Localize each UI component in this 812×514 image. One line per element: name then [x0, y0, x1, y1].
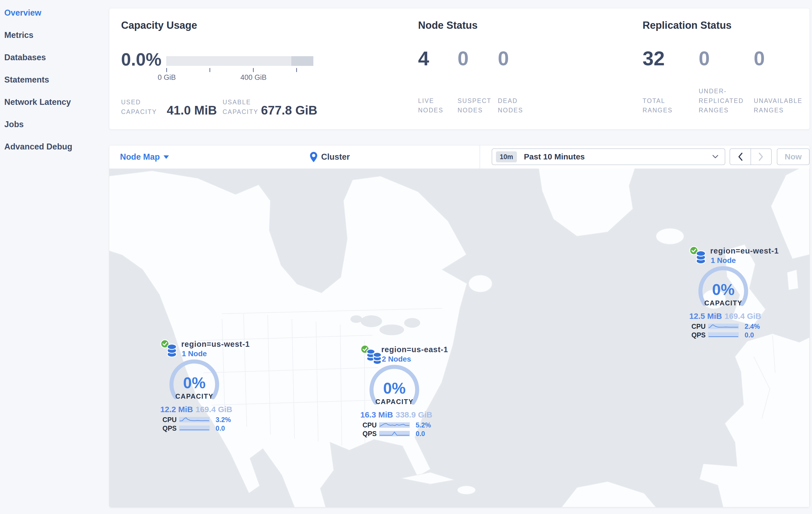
region-capacity-percent: 0% [366, 379, 423, 397]
view-selector-label: Node Map [120, 152, 160, 162]
time-range-label: Past 10 Minutes [524, 152, 713, 161]
region-capacity-percent: 0% [166, 374, 223, 392]
live-nodes-value: 4 [418, 49, 453, 69]
chevron-left-icon [738, 153, 743, 161]
cpu-label: CPU [362, 421, 378, 429]
total-ranges-value: 32 [643, 49, 686, 69]
breadcrumb-label: Cluster [321, 152, 350, 162]
chevron-down-icon [713, 155, 718, 159]
unavailable-ranges-label: UNAVAILABLE RANGES [754, 96, 812, 115]
capacity-usage-bar [166, 56, 313, 66]
region-name: region=eu-west-1 [710, 246, 779, 255]
qps-label: QPS [163, 425, 178, 432]
region-usable-capacity: 338.9 GiB [396, 410, 432, 420]
time-range-badge: 10m [496, 151, 517, 162]
view-selector-dropdown[interactable]: Node Map [120, 145, 169, 168]
capacity-axis-tick [296, 68, 297, 72]
sidebar-item-statements[interactable]: Statements [4, 74, 49, 86]
capacity-axis-label-0: 0 GiB [140, 73, 194, 82]
total-ranges-label: TOTAL RANGES [643, 96, 686, 115]
breadcrumb[interactable]: Cluster [310, 145, 350, 168]
qps-label: QPS [362, 430, 378, 438]
dead-nodes-value: 0 [498, 49, 533, 69]
node-status-title: Node Status [418, 20, 478, 31]
usable-capacity-value: 677.8 GiB [261, 103, 317, 117]
location-pin-icon [310, 152, 317, 162]
sidebar-item-advanced-debug[interactable]: Advanced Debug [4, 141, 72, 153]
cpu-value: 2.4% [745, 323, 760, 330]
chevron-down-icon [164, 155, 169, 159]
unavailable-ranges-value: 0 [754, 49, 812, 69]
cpu-sparkline [179, 417, 210, 422]
replication-status-title: Replication Status [643, 20, 732, 31]
sidebar-item-jobs[interactable]: Jobs [4, 118, 24, 130]
cpu-sparkline [379, 422, 410, 428]
dead-nodes-metric: 0 DEAD NODES [498, 49, 533, 115]
capacity-usage-title: Capacity Usage [121, 20, 197, 31]
live-nodes-metric: 4 LIVE NODES [418, 49, 453, 115]
time-step-forward-button[interactable] [751, 149, 772, 164]
time-step-buttons [730, 148, 772, 165]
under-replicated-ranges-label: UNDER-REPLICATED RANGES [699, 86, 761, 115]
time-step-back-button[interactable] [730, 149, 751, 164]
capacity-usage-bar-reserved [291, 56, 313, 66]
qps-value: 0.0 [416, 430, 425, 438]
node-map-card: Node Map Cluster 10m Past 10 Minutes [109, 145, 810, 508]
under-replicated-ranges-metric: 0 UNDER-REPLICATED RANGES [699, 49, 761, 115]
unavailable-ranges-metric: 0 UNAVAILABLE RANGES [754, 49, 812, 115]
cpu-label: CPU [163, 416, 178, 424]
suspect-nodes-metric: 0 SUSPECT NODES [458, 49, 498, 115]
sidebar-item-overview[interactable]: Overview [4, 7, 41, 19]
qps-value: 0.0 [745, 331, 754, 339]
region-capacity-label: CAPACITY [366, 398, 423, 406]
cpu-value: 3.2% [215, 416, 231, 424]
now-button[interactable]: Now [777, 148, 810, 165]
cpu-value: 5.2% [416, 421, 431, 429]
region-used-capacity: 16.3 MiB [360, 410, 393, 420]
region-usable-capacity: 169.4 GiB [724, 312, 761, 321]
capacity-axis-tick [166, 68, 167, 72]
cpu-sparkline [708, 324, 739, 329]
used-capacity-value: 41.0 MiB [167, 103, 217, 117]
region-capacity-label: CAPACITY [695, 299, 752, 307]
region-used-capacity: 12.2 MiB [160, 405, 193, 414]
region-name: region=us-east-1 [381, 345, 448, 354]
suspect-nodes-value: 0 [458, 49, 498, 69]
region-name: region=us-west-1 [181, 340, 250, 349]
total-ranges-metric: 32 TOTAL RANGES [643, 49, 686, 115]
qps-sparkline [379, 431, 410, 436]
qps-sparkline [708, 332, 739, 337]
capacity-axis-tick [209, 68, 210, 72]
sidebar-item-databases[interactable]: Databases [4, 52, 46, 63]
capacity-usage-percent: 0.0% [121, 49, 162, 70]
used-capacity-label: USED CAPACITY [121, 98, 167, 117]
region-capacity-label: CAPACITY [166, 393, 223, 400]
under-replicated-ranges-value: 0 [699, 49, 761, 69]
node-map-toolbar: Node Map Cluster 10m Past 10 Minutes [109, 145, 810, 169]
qps-label: QPS [691, 331, 707, 339]
qps-sparkline [179, 426, 210, 431]
region-used-capacity: 12.5 MiB [689, 312, 722, 321]
live-nodes-label: LIVE NODES [418, 96, 453, 115]
chevron-right-icon [759, 153, 763, 161]
suspect-nodes-label: SUSPECT NODES [458, 96, 498, 115]
sidebar: Overview Metrics Databases Statements Ne… [0, 0, 107, 514]
capacity-axis-tick [253, 68, 254, 72]
node-map[interactable]: region=us-west-1 1 Node 0% CAPACITY 12.2… [109, 168, 810, 507]
cluster-summary-card: Capacity Usage 0.0% 0 GiB 400 GiB USED C… [109, 8, 810, 130]
time-range-dropdown[interactable]: 10m Past 10 Minutes [492, 148, 725, 165]
cpu-label: CPU [691, 323, 707, 330]
sidebar-item-network-latency[interactable]: Network Latency [4, 96, 71, 108]
qps-value: 0.0 [215, 425, 225, 432]
toolbar-divider [480, 145, 480, 168]
dead-nodes-label: DEAD NODES [498, 96, 533, 115]
region-usable-capacity: 169.4 GiB [196, 405, 232, 414]
sidebar-item-metrics[interactable]: Metrics [4, 29, 34, 41]
region-capacity-percent: 0% [695, 280, 752, 298]
capacity-axis-label-400: 400 GiB [227, 73, 280, 82]
